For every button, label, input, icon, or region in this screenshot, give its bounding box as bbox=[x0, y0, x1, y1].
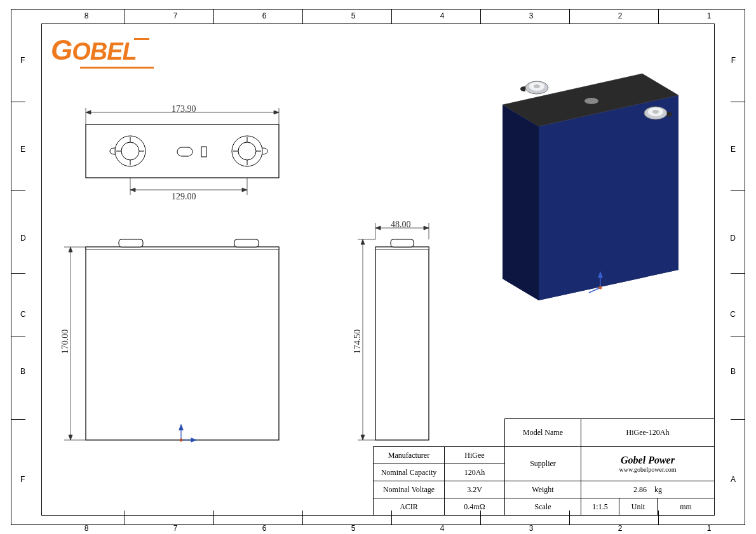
top-view bbox=[86, 108, 279, 195]
grid-tick bbox=[11, 190, 25, 191]
svg-rect-16 bbox=[234, 239, 259, 247]
svg-rect-23 bbox=[375, 247, 429, 440]
tb-capacity-value: 120Ah bbox=[445, 464, 505, 481]
grid-tick bbox=[11, 419, 25, 420]
dim-body-height: 170.00 bbox=[60, 330, 71, 354]
zone-top-4: 4 bbox=[436, 11, 449, 20]
tb-capacity-label: Nominal Capacity bbox=[374, 464, 445, 481]
tb-supplier-name: Gobel Power bbox=[581, 455, 714, 466]
zone-bottom-4: 4 bbox=[436, 524, 449, 533]
grid-tick bbox=[731, 273, 745, 274]
tb-scale-value: 1:1.5 bbox=[581, 498, 619, 516]
tb-supplier-url: www.gobelpower.com bbox=[581, 466, 714, 473]
tb-model-label: Model Name bbox=[505, 419, 581, 447]
grid-tick bbox=[302, 10, 303, 23]
tb-supplier-label: Supplier bbox=[505, 447, 581, 481]
tb-scale-label: Scale bbox=[505, 498, 581, 516]
grid-tick bbox=[731, 190, 745, 191]
zone-left-e: E bbox=[20, 145, 25, 154]
tb-voltage-value: 3.2V bbox=[445, 481, 505, 498]
tb-weight-unit: kg bbox=[654, 485, 662, 494]
grid-tick bbox=[11, 337, 25, 337]
zone-left-f1: F bbox=[20, 56, 25, 65]
tb-model-value: HiGee-120Ah bbox=[581, 419, 715, 447]
grid-tick bbox=[11, 102, 25, 102]
dim-overall-height: 174.50 bbox=[353, 330, 363, 354]
zone-right-f: F bbox=[731, 56, 736, 65]
zone-right-e: E bbox=[731, 145, 736, 154]
zone-bottom-2: 2 bbox=[614, 524, 626, 533]
tb-acir-label: ACIR bbox=[374, 498, 445, 516]
isometric-view bbox=[503, 23, 678, 300]
zone-bottom-7: 7 bbox=[169, 524, 182, 533]
zone-right-c: C bbox=[730, 310, 736, 319]
zone-top-2: 2 bbox=[614, 11, 626, 20]
grid-tick bbox=[11, 273, 25, 274]
svg-point-38 bbox=[584, 98, 598, 104]
grid-tick bbox=[125, 10, 125, 23]
svg-rect-13 bbox=[86, 247, 279, 440]
zone-bottom-8: 8 bbox=[80, 524, 93, 533]
tb-unit-value: mm bbox=[658, 498, 715, 516]
dim-terminal-pitch: 129.00 bbox=[172, 192, 196, 202]
tb-manufacturer-value: HiGee bbox=[445, 447, 505, 464]
tb-weight-label: Weight bbox=[505, 481, 581, 498]
tb-voltage-label: Nominal Voltage bbox=[374, 481, 445, 498]
zone-bottom-1: 1 bbox=[703, 524, 715, 533]
svg-point-19 bbox=[180, 439, 183, 442]
zone-bottom-5: 5 bbox=[347, 524, 360, 533]
grid-tick bbox=[731, 419, 745, 420]
svg-rect-14 bbox=[86, 247, 279, 250]
zone-right-a: A bbox=[731, 475, 736, 484]
grid-tick bbox=[731, 337, 745, 337]
dim-width-total: 173.90 bbox=[172, 104, 196, 114]
side-view bbox=[358, 223, 429, 440]
zone-top-7: 7 bbox=[169, 11, 182, 20]
zone-left-b: B bbox=[20, 367, 25, 376]
svg-point-42 bbox=[599, 286, 602, 290]
zone-left-f2: F bbox=[20, 475, 25, 484]
zone-bottom-6: 6 bbox=[258, 524, 271, 533]
title-block: Model Name HiGee-120Ah Manufacturer HiGe… bbox=[373, 418, 715, 516]
zone-right-d: D bbox=[730, 234, 736, 243]
grid-tick bbox=[569, 10, 570, 23]
svg-point-37 bbox=[652, 110, 659, 114]
grid-tick bbox=[658, 10, 659, 23]
zone-top-3: 3 bbox=[525, 11, 537, 20]
svg-point-34 bbox=[534, 84, 540, 88]
grid-tick bbox=[480, 10, 481, 23]
tb-manufacturer-label: Manufacturer bbox=[374, 447, 445, 464]
tb-acir-value: 0.4mΩ bbox=[445, 498, 505, 516]
tb-unit-label: Unit bbox=[619, 498, 658, 516]
zone-left-c: C bbox=[20, 310, 26, 319]
zone-top-8: 8 bbox=[80, 11, 93, 20]
grid-tick bbox=[213, 10, 214, 23]
zone-bottom-3: 3 bbox=[525, 524, 537, 533]
zone-top-1: 1 bbox=[703, 11, 715, 20]
zone-left-d: D bbox=[20, 234, 26, 243]
dim-side-width: 48.00 bbox=[391, 220, 411, 230]
grid-tick bbox=[391, 10, 392, 23]
svg-rect-24 bbox=[375, 247, 429, 250]
grid-tick bbox=[731, 102, 745, 102]
svg-rect-15 bbox=[119, 239, 143, 247]
tb-weight-value: 2.86 bbox=[633, 485, 647, 494]
svg-rect-25 bbox=[391, 239, 414, 247]
zone-top-5: 5 bbox=[347, 11, 360, 20]
zone-top-6: 6 bbox=[258, 11, 271, 20]
front-view bbox=[64, 239, 279, 442]
zone-right-b: B bbox=[731, 367, 736, 376]
